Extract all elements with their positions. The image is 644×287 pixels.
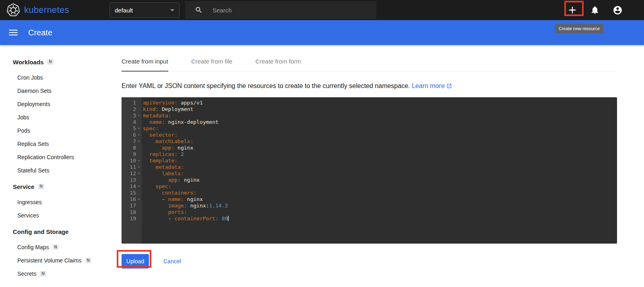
sidebar-section-config-and-storage[interactable]: Config and Storage <box>0 225 112 238</box>
sidebar-section-workloads[interactable]: WorkloadsN <box>0 55 112 68</box>
code-token <box>143 119 149 125</box>
fold-marker-icon[interactable]: ▾ <box>136 132 142 138</box>
tab-create-from-form[interactable]: Create from form <box>255 51 301 72</box>
code-token <box>143 209 168 215</box>
top-bar: kubernetes default <box>0 0 644 20</box>
kubernetes-logo-icon <box>6 3 20 17</box>
code-token <box>143 145 162 151</box>
editor-code-line: - containerPort: 80 <box>143 215 617 222</box>
editor-code-line: ports: <box>143 209 617 215</box>
sidebar-item-pods[interactable]: Pods <box>0 124 112 137</box>
sidebar-item-persistent-volume-claims[interactable]: Persistent Volume ClaimsN <box>0 254 112 267</box>
fold-marker-icon[interactable]: ▾ <box>136 183 142 190</box>
fold-marker-icon[interactable]: ▾ <box>136 158 142 164</box>
cancel-button[interactable]: Cancel <box>161 258 184 265</box>
code-token <box>143 177 168 183</box>
create-new-resource-button[interactable] <box>567 4 578 16</box>
code-token: replicas: <box>149 151 178 157</box>
menu-icon[interactable] <box>9 30 18 35</box>
tab-create-from-file[interactable]: Create from file <box>191 51 233 72</box>
editor-gutter-line: 17 <box>122 203 142 209</box>
editor-gutter-line: 9 <box>122 151 142 158</box>
sidebar-item-daemon-sets[interactable]: Daemon Sets <box>0 84 112 97</box>
yaml-editor[interactable]: 123▾45▾6▾7▾8910▾11▾12▾1314▾1516▾171819 a… <box>122 97 617 244</box>
editor-code-line: spec: <box>143 183 617 190</box>
line-number: 8 <box>133 145 136 151</box>
sidebar-item-label: Services <box>17 212 39 219</box>
editor-gutter-line: 12▾ <box>122 170 142 177</box>
code-token: metadata: <box>155 164 184 170</box>
sidebar-item-label: Replication Controllers <box>17 154 74 160</box>
sidebar-item-label: Pods <box>17 127 30 134</box>
sidebar-item-label: Secrets <box>17 271 36 277</box>
editor-gutter-line: 5▾ <box>122 125 142 132</box>
editor-code-line: labels: <box>143 170 617 177</box>
sidebar-section-service[interactable]: ServiceN <box>0 180 112 193</box>
line-number: 6 <box>133 132 136 138</box>
tab-create-from-input[interactable]: Create from input <box>122 51 168 72</box>
code-token: Deployment <box>159 106 193 112</box>
editor-code-line: app: nginx <box>143 177 617 183</box>
editor-code-line: containers: <box>143 190 617 196</box>
code-token: matchLabels: <box>155 138 193 144</box>
topbar-actions <box>567 0 623 20</box>
code-token: selector: <box>149 132 178 138</box>
search-input[interactable] <box>212 6 345 14</box>
notifications-button[interactable] <box>589 4 601 16</box>
sidebar-item-cron-jobs[interactable]: Cron Jobs <box>0 71 112 84</box>
code-token: nginx <box>174 145 193 151</box>
fold-marker-icon[interactable]: ▾ <box>136 125 142 132</box>
fold-marker-icon[interactable]: ▾ <box>136 113 142 119</box>
learn-more-link[interactable]: Learn more <box>412 81 452 91</box>
namespaced-badge: N <box>85 258 91 263</box>
editor-gutter-line: 6▾ <box>122 132 142 138</box>
code-token: name: <box>149 119 165 125</box>
sidebar-item-services[interactable]: Services <box>0 209 112 222</box>
create-tooltip: Create new resource <box>555 24 603 33</box>
code-token <box>143 132 149 138</box>
sidebar-item-label: Ingresses <box>17 199 42 205</box>
fold-marker-icon[interactable]: ▾ <box>136 196 142 203</box>
chevron-down-icon <box>170 9 174 11</box>
code-token: containers: <box>162 190 196 196</box>
sidebar-item-label: Config Maps <box>17 244 49 250</box>
account-menu-button[interactable] <box>612 4 623 16</box>
description-text: Enter YAML or JSON content specifying th… <box>122 82 410 89</box>
code-token: spec: <box>143 125 159 131</box>
code-token: spec: <box>155 183 171 189</box>
line-number: 12 <box>130 170 136 177</box>
upload-button[interactable]: Upload <box>122 254 149 269</box>
namespaced-badge: N <box>47 59 53 65</box>
sidebar-item-replica-sets[interactable]: Replica Sets <box>0 137 112 150</box>
editor-gutter-line: 2 <box>122 106 142 113</box>
fold-marker-icon[interactable]: ▾ <box>136 138 142 145</box>
editor-gutter-line: 8 <box>122 145 142 151</box>
search-bar[interactable] <box>185 1 376 19</box>
learn-more-label: Learn more <box>412 81 445 91</box>
sidebar-item-config-maps[interactable]: Config MapsN <box>0 240 112 254</box>
editor-gutter-line: 11▾ <box>122 164 142 170</box>
editor-code-line: replicas: 2 <box>143 151 617 158</box>
namespace-selector[interactable]: default <box>109 2 180 18</box>
sidebar-item-label: Jobs <box>17 114 29 121</box>
fold-marker-icon[interactable]: ▾ <box>136 164 142 170</box>
sidebar-nav: WorkloadsNCron JobsDaemon SetsDeployment… <box>0 45 112 287</box>
sidebar-section-label: Service <box>13 183 34 190</box>
sidebar-item-jobs[interactable]: Jobs <box>0 111 112 124</box>
kubernetes-home-link[interactable]: kubernetes <box>6 3 68 17</box>
code-token: 80 <box>219 215 228 221</box>
sidebar-item-ingresses[interactable]: Ingresses <box>0 195 112 209</box>
sidebar-item-replication-controllers[interactable]: Replication Controllers <box>0 150 112 164</box>
code-token: nginx <box>181 177 200 183</box>
code-token: labels: <box>162 170 184 176</box>
sidebar-item-deployments[interactable]: Deployments <box>0 97 112 111</box>
fold-marker-icon[interactable]: ▾ <box>136 170 142 177</box>
editor-gutter-line: 15 <box>122 190 142 196</box>
editor-gutter-line: 14▾ <box>122 183 142 190</box>
sidebar-item-secrets[interactable]: SecretsN <box>0 267 112 280</box>
sidebar-item-label: Cron Jobs <box>17 74 43 81</box>
code-token: app: <box>162 145 174 151</box>
sidebar-item-stateful-sets[interactable]: Stateful Sets <box>0 164 112 177</box>
line-number: 19 <box>130 215 136 222</box>
editor-gutter-line: 19 <box>122 215 142 222</box>
